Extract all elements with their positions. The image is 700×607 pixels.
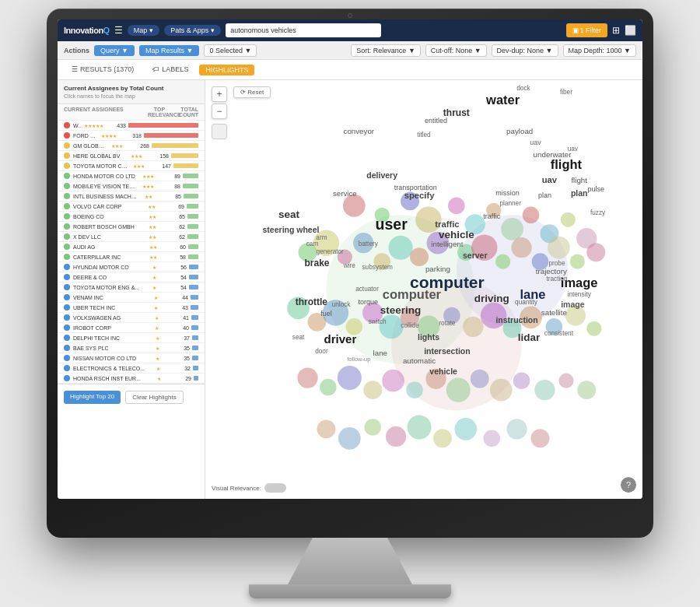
sidebar-row[interactable]: ROBERT BOSCH GMBH ★★ 62 bbox=[58, 222, 205, 232]
row-color-dot bbox=[64, 213, 70, 219]
sidebar-row[interactable]: UBER TECH INC ★ 43 bbox=[58, 303, 205, 313]
highlight-top-button[interactable]: Highlight Top 20 bbox=[64, 391, 121, 404]
monitor-stand bbox=[288, 538, 412, 584]
sidebar-row[interactable]: HYUNDAI MOTOR CO ★ 56 bbox=[58, 262, 205, 272]
sidebar-col-headers: CURRENT ASSIGNEES TOP RELEVANCE TOTAL CO… bbox=[58, 104, 205, 121]
row-color-dot bbox=[64, 203, 70, 209]
svg-point-2 bbox=[401, 191, 419, 210]
tab-highlights[interactable]: HIGHLIGHTS bbox=[199, 65, 254, 75]
row-count-bar bbox=[193, 366, 198, 370]
svg-point-43 bbox=[586, 321, 601, 336]
tab-labels[interactable]: 🏷 LABELS bbox=[145, 62, 196, 78]
sidebar-row[interactable]: DELPHI TECH INC ★ 37 bbox=[58, 333, 205, 343]
sidebar-row[interactable]: ELECTRONICS & TELECO... ★ 32 bbox=[58, 363, 205, 374]
svg-point-33 bbox=[380, 314, 404, 339]
logo-q: Q bbox=[103, 26, 110, 35]
sidebar-row[interactable]: VOLKSWAGEN AG ★ 41 bbox=[58, 313, 205, 323]
map-controls: + − bbox=[212, 86, 227, 139]
map-label: Map bbox=[134, 26, 148, 34]
row-relevance-stars: ★ bbox=[143, 285, 165, 290]
sidebar-row[interactable]: MOBILEYE VISION TECH... ★★★ 88 bbox=[58, 181, 205, 191]
row-color-dot bbox=[64, 163, 70, 169]
sidebar-row[interactable]: HONDA RSCH INST EUR... ★ 29 bbox=[58, 374, 205, 384]
svg-point-19 bbox=[427, 232, 450, 254]
row-assignee-name: VOLVO CAR CORP bbox=[73, 204, 141, 209]
sidebar-row[interactable]: IROBOT CORP ★ 40 bbox=[58, 323, 205, 333]
grid-icon[interactable]: ⊞ bbox=[612, 25, 620, 36]
sidebar-row[interactable]: X DEV LLC ★★ 62 bbox=[58, 232, 205, 242]
cutoff-button[interactable]: Cut-off: None ▼ bbox=[425, 44, 487, 57]
row-relevance-stars: ★ bbox=[146, 335, 168, 341]
sidebar-row[interactable]: TOYOTA MOTOR CORP ★★★ 147 bbox=[58, 161, 205, 171]
sidebar-row[interactable]: NISSAN MOTOR CO LTD ★ 35 bbox=[58, 353, 205, 363]
svg-point-45 bbox=[320, 379, 337, 396]
row-relevance-stars: ★★★★ bbox=[98, 133, 120, 139]
search-input[interactable]: autonomous vehicles bbox=[226, 23, 381, 37]
sidebar-subtitle: Click names to focus the map bbox=[64, 93, 163, 99]
row-relevance-stars: ★★ bbox=[142, 244, 164, 250]
tab-results[interactable]: ☰ RESULTS (1370) bbox=[64, 62, 142, 78]
sidebar-row[interactable]: CATERPILLAR INC ★★ 58 bbox=[58, 252, 205, 262]
sidebar-row[interactable]: HONDA MOTOR CO LTD ★★★ 89 bbox=[58, 171, 205, 181]
help-button[interactable]: ? bbox=[621, 477, 636, 493]
sidebar-row[interactable]: BAE SYS PLC ★ 35 bbox=[58, 343, 205, 353]
svg-point-25 bbox=[548, 237, 570, 259]
row-count-bar bbox=[192, 356, 198, 360]
query-button[interactable]: Query ▼ bbox=[94, 45, 135, 56]
filter-button[interactable]: ▣ 1 Filter bbox=[566, 23, 607, 37]
hamburger-icon[interactable]: ☰ bbox=[114, 25, 123, 36]
row-count: 58 bbox=[164, 254, 186, 260]
relevance-toggle[interactable] bbox=[264, 483, 286, 493]
map-nav-pill[interactable]: Map ▾ bbox=[128, 25, 160, 36]
col-relevance-header: TOP RELEVANCE bbox=[148, 107, 171, 118]
row-assignee-name: X DEV LLC bbox=[73, 234, 142, 240]
selected-button[interactable]: 0 Selected ▼ bbox=[204, 44, 257, 57]
devdup-button[interactable]: Dev-dup: None ▼ bbox=[492, 44, 558, 57]
row-count-bar bbox=[194, 376, 198, 381]
col-count-header: TOTAL COUNT bbox=[171, 107, 198, 118]
sidebar-row[interactable]: FORD GLOBAL TECH L... ★★★★ 318 bbox=[58, 131, 205, 141]
sidebar-row[interactable]: WAYMO LLC ★★★★★ 433 bbox=[58, 121, 205, 131]
nav-icons: ⊞ ⬜ bbox=[612, 25, 636, 36]
svg-point-8 bbox=[523, 207, 540, 224]
filter-icon: ▣ bbox=[572, 26, 579, 34]
row-relevance-stars: ★★★ bbox=[137, 174, 159, 179]
svg-point-17 bbox=[389, 236, 413, 260]
row-relevance-stars: ★ bbox=[148, 376, 170, 381]
row-relevance-stars: ★★ bbox=[142, 214, 163, 219]
map-thumbnail bbox=[212, 124, 227, 139]
svg-point-14 bbox=[338, 250, 352, 265]
svg-point-67 bbox=[531, 429, 550, 447]
svg-point-1 bbox=[375, 208, 390, 223]
row-count-bar bbox=[192, 335, 198, 340]
sidebar-row[interactable]: TOYOTA MOTOR ENG &... ★ 54 bbox=[58, 282, 205, 293]
row-count: 318 bbox=[120, 133, 142, 139]
zoom-out-button[interactable]: − bbox=[212, 104, 227, 119]
monitor: InnovationQ ☰ Map ▾ Pats & Apps ▾ autono… bbox=[47, 9, 653, 538]
clear-highlights-button[interactable]: Clear Highlights bbox=[125, 391, 183, 404]
map-depth-button[interactable]: Map Depth: 1000 ▼ bbox=[563, 44, 636, 57]
sidebar-row[interactable]: GM GLOBAL TECH OPER... ★★★ 268 bbox=[58, 141, 205, 151]
row-assignee-name: UBER TECH INC bbox=[73, 305, 145, 311]
svg-point-13 bbox=[313, 230, 339, 255]
map-results-button[interactable]: Map Results ▼ bbox=[139, 45, 199, 56]
row-color-dot bbox=[64, 183, 70, 189]
row-count: 35 bbox=[168, 346, 190, 351]
row-assignee-name: DEERE & CO bbox=[73, 275, 143, 280]
sidebar-row[interactable]: AUDI AG ★★ 60 bbox=[58, 242, 205, 252]
sidebar-row[interactable]: INTL BUSINESS MACHIN... ★★ 85 bbox=[58, 191, 205, 202]
sidebar-row[interactable]: BOEING CO ★★ 65 bbox=[58, 212, 205, 222]
sidebar-row[interactable]: HERE GLOBAL BV ★★★ 158 bbox=[58, 151, 205, 161]
sidebar-row[interactable]: VOLVO CAR CORP ★★ 69 bbox=[58, 202, 205, 212]
row-assignee-name: HYUNDAI MOTOR CO bbox=[73, 265, 143, 270]
row-color-dot bbox=[64, 345, 70, 351]
svg-point-39 bbox=[503, 319, 522, 338]
sidebar-row[interactable]: VENAM INC ★ 44 bbox=[58, 293, 205, 303]
svg-point-41 bbox=[546, 318, 563, 335]
pats-apps-pill[interactable]: Pats & Apps ▾ bbox=[164, 25, 221, 36]
user-icon[interactable]: ⬜ bbox=[625, 25, 636, 36]
row-assignee-name: INTL BUSINESS MACHIN... bbox=[73, 194, 138, 199]
sidebar-row[interactable]: DEERE & CO ★ 54 bbox=[58, 272, 205, 282]
zoom-in-button[interactable]: + bbox=[212, 86, 227, 102]
sort-button[interactable]: Sort: Relevance ▼ bbox=[351, 44, 420, 57]
